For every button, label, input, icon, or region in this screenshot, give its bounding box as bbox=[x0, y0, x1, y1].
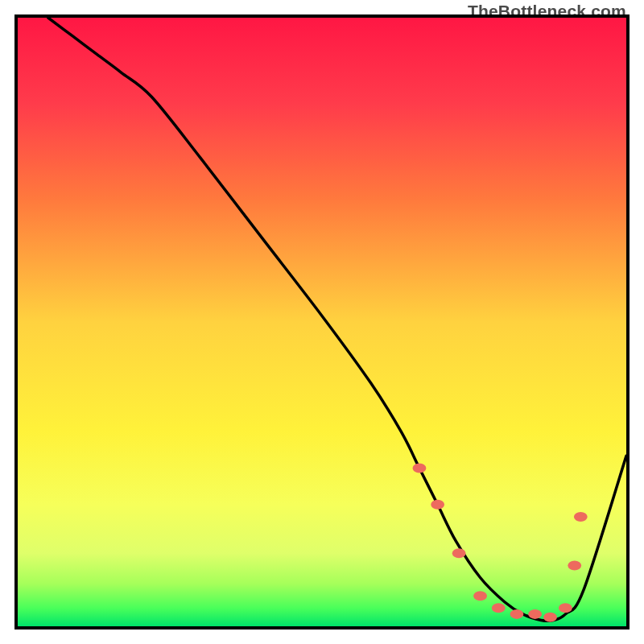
plot-area bbox=[14, 14, 630, 630]
bottleneck-curve bbox=[48, 18, 626, 621]
marker-dot bbox=[473, 591, 487, 601]
marker-dot bbox=[452, 548, 466, 558]
marker-dot bbox=[543, 613, 557, 622]
marker-dot bbox=[559, 603, 572, 613]
marker-dot bbox=[568, 560, 581, 570]
chart-container: TheBottleneck.com bbox=[0, 0, 644, 644]
curve-layer bbox=[18, 18, 626, 626]
marker-dot bbox=[510, 609, 524, 619]
marker-dot bbox=[528, 609, 542, 619]
marker-dot bbox=[574, 512, 588, 522]
marker-dot bbox=[492, 603, 506, 613]
marker-dot bbox=[431, 500, 444, 510]
marker-dot bbox=[413, 463, 427, 473]
